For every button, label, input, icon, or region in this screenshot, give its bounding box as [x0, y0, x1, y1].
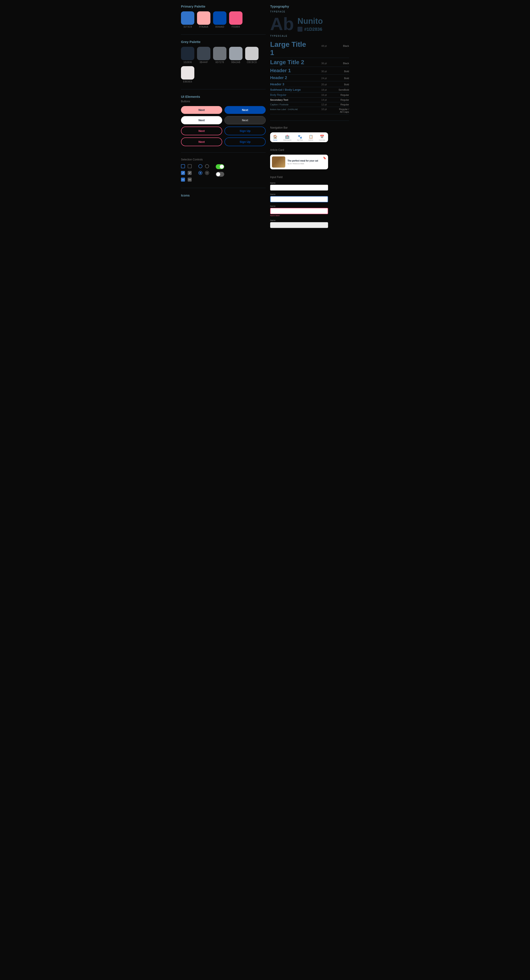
swatch-label-3B444F: 3B444F — [199, 61, 208, 64]
type-name-block: Nunito #1D2836 — [298, 16, 323, 32]
swatch-label-F55884: F55884 — [232, 25, 240, 28]
swatch-label-3273C9: 3273C9 — [183, 25, 192, 28]
scale-name-body: Body Regular — [270, 93, 311, 97]
article-card[interactable]: The perfect meal for your cat by Dr. Reb… — [270, 154, 328, 169]
nav-item-home[interactable]: 🏠 Home — [273, 135, 277, 141]
checkbox-checked-blue[interactable]: ✓ — [181, 171, 185, 175]
article-author: by Dr. Rebecca Walk — [288, 163, 321, 165]
swatch-label-EBE6E6: EBE6E6 — [183, 80, 193, 83]
toggle-column — [216, 164, 224, 177]
scale-weight-h2: Bold — [331, 77, 349, 80]
type-color-box — [298, 27, 302, 32]
radio-unchecked-blue[interactable] — [198, 164, 202, 168]
calendar-icon: 📅 — [320, 135, 324, 139]
scale-pt-h3: 20 pt — [315, 83, 327, 86]
advice-icon: 📋 — [309, 135, 313, 139]
checkbox-row-3: — — — [181, 178, 192, 181]
input-default[interactable] — [270, 185, 328, 191]
scale-name-large2: Large Title 2 — [270, 59, 311, 66]
swatch-CBCBCD: CBCBCD — [245, 47, 259, 64]
indeterminate-dark-icon: — — [189, 178, 191, 181]
typescale-row-bottom-nav: Bottom Nav Label OVERLINE 10 pt Regular … — [270, 107, 349, 114]
nav-label-advice: Advice — [309, 139, 313, 141]
article-title: The perfect meal for your cat — [288, 159, 321, 162]
next-button-dark-outline[interactable]: Next — [224, 116, 266, 124]
typescale-row-subhead: Subhead / Body Large 18 pt SemiBold — [270, 87, 349, 92]
typeface-name: Nunito — [298, 16, 323, 26]
typescale-row-secondary: Secondary Text 14 pt Regular — [270, 98, 349, 102]
checkbox-unchecked-blue[interactable] — [181, 164, 185, 168]
scale-weight-bottom-nav: Regular / All Caps — [331, 108, 349, 113]
nav-item-veterinaries[interactable]: 🏥 Veterinaries — [283, 135, 291, 141]
scale-name-caption: Caption / Footnote — [270, 103, 311, 106]
scale-name-h3: Header 3 — [270, 82, 311, 86]
signup-button-outline-blue[interactable]: Sign Up — [224, 127, 266, 135]
scale-pt-h2: 24 pt — [315, 77, 327, 80]
nav-item-my-pets[interactable]: 🐾 My Pets — [297, 135, 302, 141]
typescale-row-h2: Header 2 24 pt Bold — [270, 75, 349, 81]
nav-label-veterinaries: Veterinaries — [283, 139, 291, 141]
scale-name-bottom-nav: Bottom Nav Label OVERLINE — [270, 108, 311, 111]
input-group-error: Name Name taken — [270, 205, 328, 216]
scale-weight-h3: Bold — [331, 83, 349, 86]
scale-pt-h1: 30 pt — [315, 70, 327, 73]
color-block-9BA2AB — [229, 47, 242, 60]
radio-row-2 — [198, 171, 209, 175]
icons-title: Icons — [181, 193, 266, 197]
next-button-pink-filled[interactable]: Next — [181, 106, 222, 114]
input-label-error: Name — [270, 205, 328, 207]
type-color-row: #1D2836 — [298, 27, 323, 32]
typeface-label: TYPEFACE — [270, 11, 349, 13]
article-card-label: Article Card — [270, 148, 349, 151]
input-disabled — [270, 222, 328, 228]
article-card-section: Article Card The perfect meal for your c… — [270, 148, 349, 169]
radio-inner-dot — [199, 172, 201, 174]
nav-preview-box: 🏠 Home 🏥 Veterinaries 🐾 My Pets 📋 Advice… — [270, 132, 328, 142]
typescale-row-large2: Large Title 2 36 pt Black — [270, 58, 349, 67]
input-label-disabled: Name — [270, 219, 328, 221]
signup-button-outline-blue2[interactable]: Sign Up — [224, 137, 266, 146]
grey-palette-section: Grey Palette 1D2836 3B444F 6D7278 9BA2AB — [181, 40, 266, 83]
checkbox-row-2: ✓ ✓ — [181, 171, 192, 175]
input-label-default: Name — [270, 182, 328, 184]
color-block-3273C9 — [181, 11, 194, 25]
checkbox-indeterminate-blue[interactable]: — — [181, 178, 185, 181]
controls-grid: ✓ ✓ — — — [181, 164, 266, 181]
scale-weight-large1: Black — [331, 45, 349, 47]
input-focused[interactable] — [270, 196, 328, 202]
radio-unchecked-dark[interactable] — [205, 164, 209, 168]
radio-column — [198, 164, 209, 175]
next-button-outline-red[interactable]: Next — [181, 127, 222, 135]
article-image — [272, 156, 285, 167]
input-error[interactable] — [270, 208, 328, 214]
swatch-3273C9: 3273C9 — [181, 11, 194, 28]
scale-pt-body: 16 pt — [315, 94, 327, 96]
primary-palette-swatches: 3273C9 FFAAAA 004AAD F55884 — [181, 11, 266, 28]
toggle-on[interactable] — [216, 164, 224, 169]
next-button-outline-red2[interactable]: Next — [181, 137, 222, 146]
next-button-white-outline[interactable]: Next — [181, 116, 222, 124]
color-block-F55884 — [229, 11, 242, 25]
checkbox-checked-dark[interactable]: ✓ — [188, 171, 192, 175]
checkbox-unchecked-dark[interactable] — [188, 164, 192, 168]
nav-item-advice[interactable]: 📋 Advice — [309, 135, 313, 141]
swatch-1D2836: 1D2836 — [181, 47, 194, 64]
radio-checked-blue[interactable] — [198, 171, 202, 175]
checkbox-indeterminate-dark[interactable]: — — [188, 178, 192, 181]
typeface-display: Ab Nunito #1D2836 — [270, 15, 349, 33]
bookmark-icon[interactable]: 🔖 — [323, 156, 326, 159]
color-block-CBCBCD — [245, 47, 259, 60]
scale-weight-caption: Regular — [331, 103, 349, 106]
next-button-blue-filled[interactable]: Next — [224, 106, 266, 114]
checkbox-row-1 — [181, 164, 192, 168]
primary-palette-section: Primary Palette 3273C9 FFAAAA 004AAD F55… — [181, 5, 266, 28]
radio-row-1 — [198, 164, 209, 168]
radio-inner-dot-dark — [206, 172, 208, 174]
radio-checked-dark[interactable] — [205, 171, 209, 175]
scale-name-secondary: Secondary Text — [270, 99, 311, 101]
nav-item-calendar[interactable]: 📅 Calendar — [319, 135, 325, 141]
toggle-off[interactable] — [216, 172, 224, 177]
swatch-F55884: F55884 — [229, 11, 242, 28]
scale-pt-large1: 48 pt — [315, 45, 327, 47]
scale-weight-subhead: SemiBold — [331, 89, 349, 91]
